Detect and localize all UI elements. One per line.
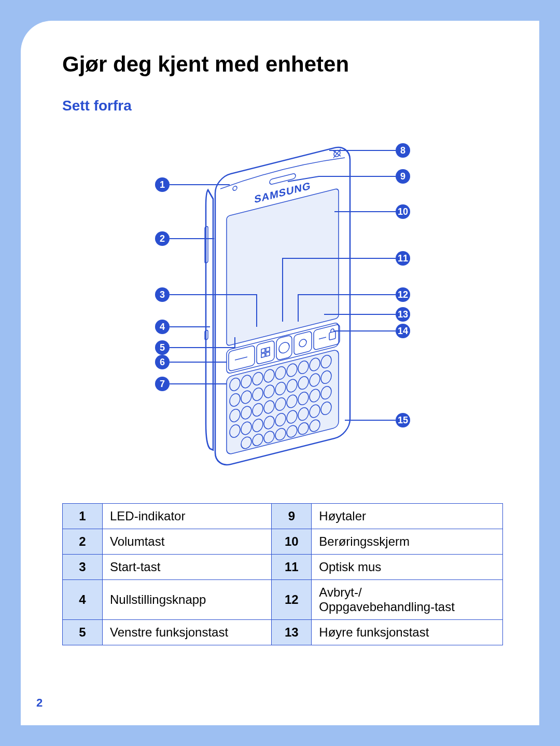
legend-num: 13 <box>272 620 312 645</box>
table-row: 2 Volumtast 10 Berøringsskjerm <box>63 529 503 555</box>
legend-num: 3 <box>63 555 103 580</box>
callout-4: 4 <box>155 320 210 334</box>
svg-text:1: 1 <box>160 179 165 190</box>
legend-label: LED-indikator <box>103 504 272 529</box>
svg-text:7: 7 <box>160 379 165 389</box>
legend-num: 9 <box>272 504 312 529</box>
legend-label: Optisk mus <box>312 555 503 580</box>
section-subtitle: Sett forfra <box>62 98 503 114</box>
legend-num: 5 <box>63 620 103 645</box>
svg-text:5: 5 <box>160 342 165 353</box>
svg-text:3: 3 <box>160 289 165 300</box>
legend-label: Berøringsskjerm <box>312 529 503 555</box>
svg-text:12: 12 <box>398 289 408 300</box>
table-row: 1 LED-indikator 9 Høytaler <box>63 504 503 529</box>
table-row: 3 Start-tast 11 Optisk mus <box>63 555 503 580</box>
svg-text:15: 15 <box>398 415 408 425</box>
device-diagram: SAMSUNG <box>137 130 428 482</box>
legend-num: 10 <box>272 529 312 555</box>
svg-text:8: 8 <box>400 145 405 156</box>
svg-text:10: 10 <box>398 206 408 217</box>
svg-text:14: 14 <box>398 326 408 336</box>
legend-num: 12 <box>272 580 312 620</box>
table-row: 4 Nullstillingsknapp 12 Avbryt-/ Oppgave… <box>63 580 503 620</box>
svg-text:13: 13 <box>398 309 408 320</box>
legend-label: Volumtast <box>103 529 272 555</box>
legend-label: Venstre funksjonstast <box>103 620 272 645</box>
legend-label: Start-tast <box>103 555 272 580</box>
legend-label: Høyre funksjonstast <box>312 620 503 645</box>
legend-num: 2 <box>63 529 103 555</box>
svg-text:11: 11 <box>398 253 408 264</box>
table-row: 5 Venstre funksjonstast 13 Høyre funksjo… <box>63 620 503 645</box>
legend-num: 1 <box>63 504 103 529</box>
svg-text:6: 6 <box>160 357 165 367</box>
legend-label: Avbryt-/ Oppgavebehandling-tast <box>312 580 503 620</box>
legend-table: 1 LED-indikator 9 Høytaler 2 Volumtast 1… <box>62 503 503 645</box>
legend-num: 11 <box>272 555 312 580</box>
callout-15: 15 <box>345 413 410 427</box>
legend-num: 4 <box>63 580 103 620</box>
page-number: 2 <box>36 696 43 710</box>
manual-page: Gjør deg kjent med enheten Sett forfra <box>21 21 539 725</box>
svg-text:2: 2 <box>160 233 165 244</box>
legend-label: Høytaler <box>312 504 503 529</box>
svg-text:4: 4 <box>160 322 165 332</box>
page-title: Gjør deg kjent med enheten <box>62 52 503 77</box>
legend-label: Nullstillingsknapp <box>103 580 272 620</box>
svg-text:9: 9 <box>400 171 405 182</box>
